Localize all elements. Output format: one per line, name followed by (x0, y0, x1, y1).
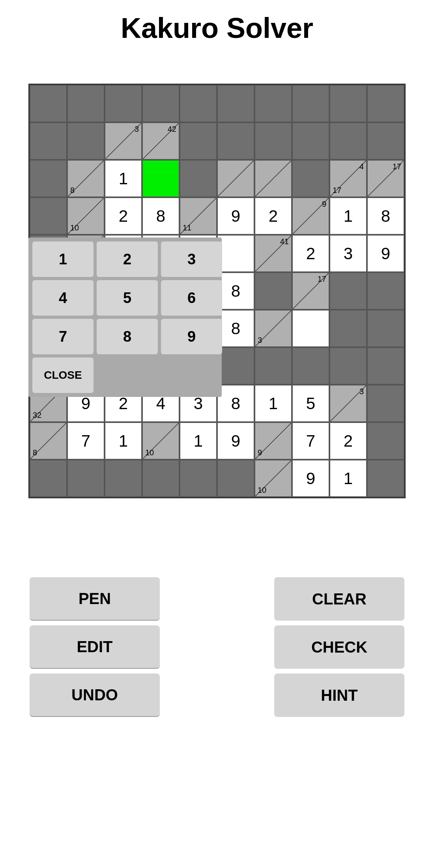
cell-3-9[interactable]: 8 (367, 197, 404, 235)
cell-6-9[interactable] (367, 310, 404, 347)
cell-0-6[interactable] (254, 85, 292, 122)
cell-0-0[interactable] (30, 85, 67, 122)
numpad-3[interactable]: 3 (161, 241, 222, 277)
cell-4-6: 41 (254, 235, 292, 272)
numpad-7[interactable]: 7 (32, 319, 94, 354)
edit-button[interactable]: EDIT (30, 625, 160, 669)
cell-1-2: 3 (105, 122, 142, 160)
cell-4-7[interactable]: 2 (292, 235, 329, 272)
cell-6-7[interactable] (292, 310, 329, 347)
cell-10-5[interactable] (217, 460, 254, 497)
cell-9-3: 10 (142, 422, 180, 460)
undo-button[interactable]: UNDO (30, 673, 160, 717)
cell-0-5[interactable] (217, 85, 254, 122)
cell-9-0: 8 (30, 422, 67, 460)
cell-1-0[interactable] (30, 122, 67, 160)
cell-0-7[interactable] (292, 85, 329, 122)
numpad-close-button[interactable]: CLOSE (32, 357, 94, 393)
cell-9-2[interactable]: 1 (105, 422, 142, 460)
cell-8-7[interactable]: 5 (292, 385, 329, 422)
cell-2-2[interactable]: 1 (105, 160, 142, 197)
cell-10-8[interactable]: 1 (329, 460, 367, 497)
numpad-9[interactable]: 9 (161, 319, 222, 354)
cell-7-5[interactable] (217, 347, 254, 385)
numpad-5[interactable]: 5 (97, 280, 158, 316)
cell-0-1[interactable] (67, 85, 105, 122)
cell-1-4[interactable] (180, 122, 217, 160)
cell-9-6: 9 (254, 422, 292, 460)
cell-0-4[interactable] (180, 85, 217, 122)
cell-5-9[interactable] (367, 272, 404, 310)
cell-3-5[interactable]: 9 (217, 197, 254, 235)
cell-9-1[interactable]: 7 (67, 422, 105, 460)
cell-10-1[interactable] (67, 460, 105, 497)
cell-10-7[interactable]: 9 (292, 460, 329, 497)
cell-3-1: 10 (67, 197, 105, 235)
cell-3-6[interactable]: 2 (254, 197, 292, 235)
cell-9-4[interactable]: 1 (180, 422, 217, 460)
cell-3-3[interactable]: 8 (142, 197, 180, 235)
cell-9-8[interactable]: 2 (329, 422, 367, 460)
cell-1-9[interactable] (367, 122, 404, 160)
cell-3-0[interactable] (30, 197, 67, 235)
cell-1-6[interactable] (254, 122, 292, 160)
cell-8-9[interactable] (367, 385, 404, 422)
cell-0-2[interactable] (105, 85, 142, 122)
cell-0-9[interactable] (367, 85, 404, 122)
cell-2-0[interactable] (30, 160, 67, 197)
page-title: Kakuro Solver (121, 12, 313, 44)
cell-3-8[interactable]: 1 (329, 197, 367, 235)
cell-2-7[interactable] (292, 160, 329, 197)
cell-7-8[interactable] (329, 347, 367, 385)
cell-4-8[interactable]: 3 (329, 235, 367, 272)
cell-2-3[interactable] (142, 160, 180, 197)
button-row-2: EDIT CHECK (30, 625, 404, 669)
cell-5-8[interactable] (329, 272, 367, 310)
cell-7-9[interactable] (367, 347, 404, 385)
cell-10-0[interactable] (30, 460, 67, 497)
cell-10-4[interactable] (180, 460, 217, 497)
cell-6-8[interactable] (329, 310, 367, 347)
clear-button[interactable]: CLEAR (274, 577, 404, 621)
cell-7-6[interactable] (254, 347, 292, 385)
numpad-4[interactable]: 4 (32, 280, 94, 316)
cell-4-9[interactable]: 9 (367, 235, 404, 272)
cell-5-5[interactable]: 8 (217, 272, 254, 310)
cell-1-5[interactable] (217, 122, 254, 160)
bottom-controls: PEN CLEAR EDIT CHECK UNDO HINT (30, 577, 404, 722)
cell-2-4[interactable] (180, 160, 217, 197)
pen-button[interactable]: PEN (30, 577, 160, 621)
cell-3-4: 11 (180, 197, 217, 235)
numpad-2[interactable]: 2 (97, 241, 158, 277)
numpad-1[interactable]: 1 (32, 241, 94, 277)
cell-6-5[interactable]: 8 (217, 310, 254, 347)
button-row-3: UNDO HINT (30, 673, 404, 717)
cell-1-1[interactable] (67, 122, 105, 160)
numpad-6[interactable]: 6 (161, 280, 222, 316)
cell-2-5 (217, 160, 254, 197)
cell-5-7: 17 (292, 272, 329, 310)
cell-1-7[interactable] (292, 122, 329, 160)
cell-10-6: 10 (254, 460, 292, 497)
cell-3-2[interactable]: 2 (105, 197, 142, 235)
cell-2-9: 17 (367, 160, 404, 197)
cell-9-5[interactable]: 9 (217, 422, 254, 460)
cell-0-8[interactable] (329, 85, 367, 122)
hint-button[interactable]: HINT (274, 673, 404, 717)
cell-0-3[interactable] (142, 85, 180, 122)
cell-8-5[interactable]: 8 (217, 385, 254, 422)
cell-10-9[interactable] (367, 460, 404, 497)
cell-10-3[interactable] (142, 460, 180, 497)
check-button[interactable]: CHECK (274, 625, 404, 669)
cell-8-6[interactable]: 1 (254, 385, 292, 422)
cell-10-2[interactable] (105, 460, 142, 497)
cell-5-6[interactable] (254, 272, 292, 310)
cell-7-7[interactable] (292, 347, 329, 385)
cell-9-7[interactable]: 7 (292, 422, 329, 460)
cell-2-6 (254, 160, 292, 197)
cell-1-8[interactable] (329, 122, 367, 160)
numpad-8[interactable]: 8 (97, 319, 158, 354)
numpad-overlay: 1 2 3 4 5 6 7 8 9 CLOSE (28, 238, 222, 397)
cell-9-9[interactable] (367, 422, 404, 460)
cell-4-5[interactable] (217, 235, 254, 272)
